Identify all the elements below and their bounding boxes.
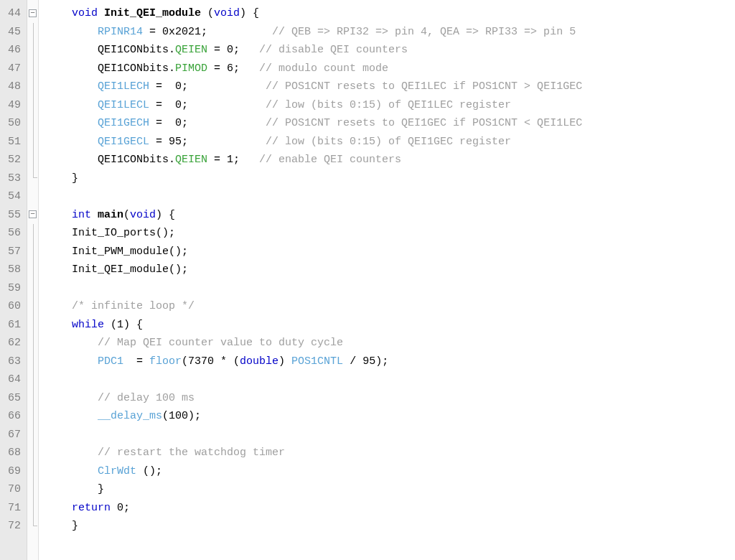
identifier-text: QEI1GECH xyxy=(98,117,149,129)
bitfield-text: QEIEN xyxy=(175,154,207,166)
code-text xyxy=(46,99,98,111)
code-line[interactable]: Init_QEI_module(); xyxy=(46,261,728,279)
code-line[interactable] xyxy=(46,187,728,206)
code-line[interactable] xyxy=(46,370,728,389)
code-text: } xyxy=(46,483,104,495)
code-text: (7370 * ( xyxy=(182,355,240,368)
comment-text: // Map QEI counter value to duty cycle xyxy=(98,337,343,349)
fold-marker xyxy=(29,78,37,96)
code-line[interactable]: QEI1CONbits.QEIEN = 1; // enable QEI cou… xyxy=(46,151,728,169)
code-text: / 95); xyxy=(343,355,388,368)
fold-marker xyxy=(29,279,37,298)
line-number: 51 xyxy=(3,133,21,151)
code-line[interactable]: RPINR14 = 0x2021; // QEB => RPI32 => pin… xyxy=(46,23,728,42)
code-text xyxy=(46,502,72,514)
line-number: 57 xyxy=(3,243,21,261)
code-line[interactable]: while (1) { xyxy=(46,316,728,335)
line-number: 61 xyxy=(3,316,21,335)
code-line[interactable]: QEI1GECH = 0; // POS1CNT resets to QEI1G… xyxy=(46,114,728,133)
code-line[interactable]: ClrWdt (); xyxy=(46,462,728,481)
code-line[interactable]: QEI1LECL = 0; // low (bits 0:15) of QEI1… xyxy=(46,96,728,115)
code-text: Init_QEI_module xyxy=(104,7,201,19)
keyword-text: double xyxy=(240,355,278,368)
keyword-text: void xyxy=(72,7,98,19)
code-line[interactable]: return 0; xyxy=(46,499,728,518)
identifier-text: floor xyxy=(149,355,182,368)
code-line[interactable]: QEI1CONbits.QEIEN = 0; // disable QEI co… xyxy=(46,41,728,60)
line-number: 69 xyxy=(3,462,21,481)
code-text: (1) { xyxy=(104,319,143,331)
code-line[interactable]: } xyxy=(46,517,728,536)
bitfield-text: PIMOD xyxy=(175,62,207,75)
keyword-text: int xyxy=(72,209,91,221)
line-number: 48 xyxy=(3,78,21,96)
code-line[interactable]: __delay_ms(100); xyxy=(46,407,728,426)
fold-marker xyxy=(29,353,37,371)
keyword-text: void xyxy=(130,209,156,221)
identifier-text: ClrWdt xyxy=(98,465,136,477)
fold-marker xyxy=(29,480,37,499)
code-text: Init_PWM_module(); xyxy=(46,246,188,258)
code-text xyxy=(46,300,72,312)
fold-marker xyxy=(29,261,37,279)
code-line[interactable]: QEI1CONbits.PIMOD = 6; // modulo count m… xyxy=(46,60,728,78)
fold-toggle-icon[interactable]: − xyxy=(29,9,37,17)
fold-marker xyxy=(29,96,37,115)
code-text: = 0x2021; xyxy=(143,26,272,38)
keyword-text: return xyxy=(72,502,111,514)
fold-marker xyxy=(29,23,37,42)
line-number: 71 xyxy=(3,499,21,518)
code-text: ) xyxy=(278,355,291,368)
line-number: 49 xyxy=(3,96,21,115)
code-line[interactable]: void Init_QEI_module (void) { xyxy=(46,4,728,23)
line-number: 60 xyxy=(3,297,21,316)
code-area[interactable]: void Init_QEI_module (void) { RPINR14 = … xyxy=(39,0,735,560)
code-text xyxy=(46,209,72,221)
code-text: ) { xyxy=(156,209,175,221)
code-text: = 0; xyxy=(149,80,266,93)
code-line[interactable] xyxy=(46,279,728,298)
code-line[interactable]: // Map QEI counter value to duty cycle xyxy=(46,334,728,353)
code-text xyxy=(46,26,98,38)
code-text xyxy=(46,319,72,331)
code-line[interactable] xyxy=(46,426,728,444)
code-line[interactable]: QEI1GECL = 95; // low (bits 0:15) of QEI… xyxy=(46,133,728,151)
code-line[interactable]: // restart the watchdog timer xyxy=(46,444,728,462)
fold-marker xyxy=(29,114,37,133)
fold-marker xyxy=(29,334,37,353)
fold-toggle-icon[interactable]: − xyxy=(29,210,37,218)
code-line[interactable]: Init_IO_ports(); xyxy=(46,224,728,243)
fold-marker xyxy=(29,370,37,389)
code-editor[interactable]: 4445464748495051525354555657585960616263… xyxy=(0,0,735,560)
code-line[interactable]: /* infinite loop */ xyxy=(46,297,728,316)
code-text: 0; xyxy=(111,502,130,514)
line-number: 66 xyxy=(3,407,21,426)
line-number: 53 xyxy=(3,169,21,188)
line-number-gutter: 4445464748495051525354555657585960616263… xyxy=(0,0,27,560)
fold-column[interactable]: −− xyxy=(27,0,39,560)
fold-marker xyxy=(29,297,37,316)
code-text: = 0; xyxy=(149,117,266,129)
code-text xyxy=(46,117,98,129)
code-line[interactable]: } xyxy=(46,480,728,499)
fold-marker[interactable]: − xyxy=(29,206,37,225)
code-text: Init_QEI_module(); xyxy=(46,263,188,276)
code-line[interactable]: int main(void) { xyxy=(46,206,728,225)
fold-marker xyxy=(29,316,37,335)
code-line[interactable]: Init_PWM_module(); xyxy=(46,243,728,261)
comment-text: /* infinite loop */ xyxy=(72,300,195,312)
code-text: ( xyxy=(201,7,214,19)
fold-marker xyxy=(29,517,37,536)
code-text: = 0; xyxy=(207,44,259,56)
code-text: (100); xyxy=(162,410,201,422)
code-line[interactable]: // delay 100 ms xyxy=(46,389,728,408)
code-text: = 6; xyxy=(207,62,259,75)
code-line[interactable]: } xyxy=(46,169,728,188)
code-text xyxy=(46,190,52,202)
fold-marker[interactable]: − xyxy=(29,4,37,23)
code-line[interactable]: PDC1 = floor(7370 * (double) POS1CNTL / … xyxy=(46,353,728,371)
code-line[interactable]: QEI1LECH = 0; // POS1CNT resets to QEI1L… xyxy=(46,78,728,96)
fold-marker xyxy=(29,41,37,60)
code-text: QEI1CONbits. xyxy=(46,62,175,75)
comment-text: // modulo count mode xyxy=(259,62,388,75)
